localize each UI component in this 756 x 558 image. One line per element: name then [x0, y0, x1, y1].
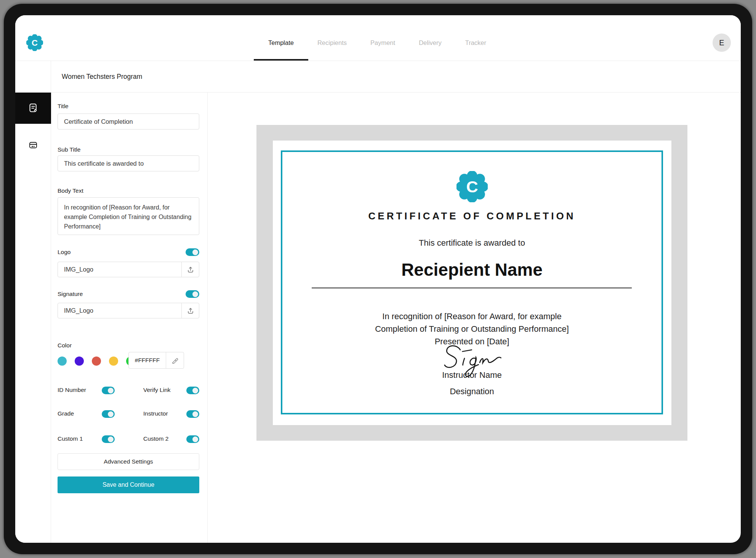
document-sparkle-icon	[27, 102, 39, 114]
title-input-value: Certificate of Completion	[64, 118, 133, 125]
user-avatar[interactable]: E	[713, 34, 731, 52]
id-number-toggle[interactable]	[102, 387, 115, 394]
certificate-preview-area: C CERTIFICATE OF COMPLETION This certifi…	[256, 125, 687, 441]
color-swatches: #FFFFFF	[58, 357, 199, 366]
swatch-teal[interactable]	[58, 357, 67, 366]
recipient-underline	[312, 288, 632, 288]
designation: Designation	[282, 387, 662, 397]
subtitle-input-value: This certificate is awarded to	[64, 160, 144, 167]
certificate-page: C CERTIFICATE OF COMPLETION This certifi…	[273, 141, 671, 425]
save-and-continue-button[interactable]: Save and Continue	[58, 476, 199, 493]
custom1-toggle[interactable]	[102, 435, 115, 443]
eyedropper-icon	[171, 356, 179, 365]
body-text-label: Body Text	[58, 187, 199, 194]
tab-delivery[interactable]: Delivery	[419, 25, 442, 61]
custom2-toggle[interactable]	[186, 435, 199, 443]
swatch-purple[interactable]	[75, 357, 84, 366]
hex-color-field: #FFFFFF	[128, 352, 184, 369]
brand-seal-logo-icon: C	[26, 34, 43, 51]
custom2-label: Custom 2	[143, 435, 168, 442]
tab-recipients-label: Recipients	[317, 39, 347, 46]
upload-icon	[186, 307, 195, 315]
signature-filename[interactable]: IMG_Logo	[58, 303, 181, 318]
credit-card-icon	[28, 140, 38, 150]
instructor-name: Instructor Name	[282, 370, 662, 380]
recipient-name: Reciepient Name	[282, 259, 662, 280]
brand-seal-logo-icon: C	[456, 171, 488, 202]
toggle-row-1: ID Number Verify Link	[58, 386, 199, 395]
title-label: Title	[58, 103, 199, 110]
top-nav: C Template Recipients Payment Delivery T…	[15, 15, 741, 61]
instructor-label: Instructor	[143, 410, 168, 417]
logo-filename[interactable]: IMG_Logo	[58, 262, 181, 277]
signature-upload-field: IMG_Logo	[58, 303, 199, 318]
logo-toggle[interactable]	[186, 248, 199, 256]
tab-delivery-label: Delivery	[419, 39, 442, 46]
logo-upload-button[interactable]	[181, 262, 199, 277]
title-input[interactable]: Certificate of Completion	[58, 114, 199, 130]
grade-label: Grade	[58, 410, 74, 417]
eyedropper-button[interactable]	[166, 352, 184, 368]
toggle-row-3: Custom 1 Custom 2	[58, 435, 199, 444]
color-label: Color	[58, 342, 199, 349]
verify-link-toggle[interactable]	[186, 387, 199, 394]
tab-payment[interactable]: Payment	[370, 25, 395, 61]
svg-text:C: C	[32, 38, 38, 48]
custom1-label: Custom 1	[58, 435, 83, 442]
body-text-input[interactable]: In recognition of [Reason for Award, for…	[58, 197, 199, 235]
certificate-border: C CERTIFICATE OF COMPLETION This certifi…	[281, 150, 663, 414]
icon-rail	[15, 61, 51, 543]
signature-toggle[interactable]	[186, 290, 199, 298]
instructor-toggle[interactable]	[186, 410, 199, 418]
upload-icon	[186, 265, 195, 274]
tab-payment-label: Payment	[370, 39, 395, 46]
toggle-row-2: Grade Instructor	[58, 409, 199, 419]
logo-upload-field: IMG_Logo	[58, 262, 199, 277]
signature-upload-button[interactable]	[181, 303, 199, 318]
tab-template-label: Template	[268, 39, 294, 46]
advanced-settings-button[interactable]: Advanced Settings	[58, 453, 199, 470]
verify-link-label: Verify Link	[143, 387, 171, 393]
signature-label: Signature	[58, 291, 83, 297]
certificate-subtitle: This certificate is awarded to	[282, 238, 662, 248]
certificate-logo: C	[282, 171, 662, 202]
sidebar-item-payment[interactable]	[15, 134, 51, 156]
program-header: Women Techsters Program	[51, 61, 741, 93]
page-background: C Template Recipients Payment Delivery T…	[0, 0, 756, 558]
tab-tracker[interactable]: Tracker	[465, 25, 486, 61]
hex-color-input[interactable]: #FFFFFF	[129, 352, 166, 368]
tab-template[interactable]: Template	[268, 25, 294, 61]
grade-toggle[interactable]	[102, 410, 115, 418]
tab-recipients[interactable]: Recipients	[317, 25, 347, 61]
body-line-2: Completion of Training or Outstanding Pe…	[282, 323, 662, 335]
signature-row: Signature	[58, 290, 199, 298]
subtitle-label: Sub Title	[58, 146, 199, 153]
tab-tracker-label: Tracker	[465, 39, 486, 46]
template-form: Title Certificate of Completion Sub Titl…	[51, 93, 208, 543]
certificate-title: CERTIFICATE OF COMPLETION	[282, 210, 662, 222]
logo-label: Logo	[58, 249, 70, 256]
subtitle-input[interactable]: This certificate is awarded to	[58, 155, 199, 171]
sidebar-item-template[interactable]	[15, 93, 51, 124]
svg-text:C: C	[466, 177, 478, 196]
swatch-yellow[interactable]	[109, 357, 118, 366]
swatch-red[interactable]	[92, 357, 101, 366]
nav-tabs: Template Recipients Payment Delivery Tra…	[268, 15, 486, 61]
page-title: Women Techsters Program	[62, 73, 142, 81]
id-number-label: ID Number	[58, 387, 86, 393]
app-window: C Template Recipients Payment Delivery T…	[15, 15, 741, 543]
body-line-1: In recognition of [Reason for Award, for…	[282, 310, 662, 323]
logo-row: Logo	[58, 248, 199, 256]
